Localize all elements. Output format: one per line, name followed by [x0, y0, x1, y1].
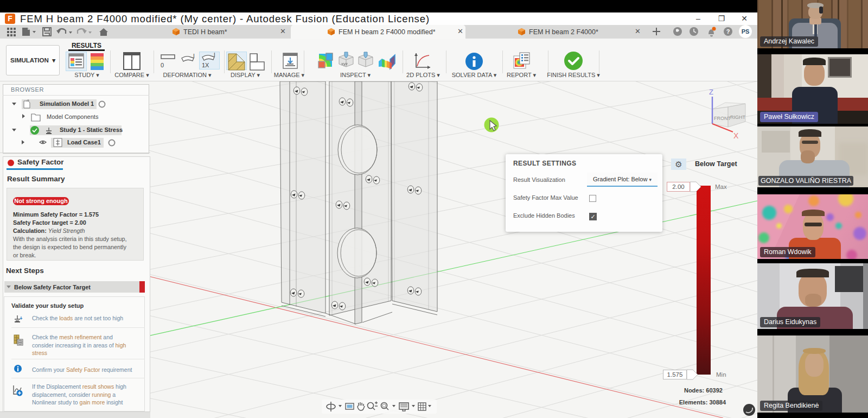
svg-text:Z: Z: [709, 88, 713, 96]
svg-text:PS: PS: [742, 28, 750, 35]
svg-text:FRONT: FRONT: [714, 116, 731, 121]
svg-text:RIGHT: RIGHT: [730, 115, 746, 120]
svg-text:?: ?: [726, 28, 730, 35]
svg-text:xyz: xyz: [341, 61, 348, 66]
svg-text:0: 0: [161, 62, 164, 68]
svg-text:1X: 1X: [202, 62, 209, 68]
svg-text:I: I: [193, 53, 195, 59]
svg-text:I: I: [214, 52, 215, 58]
svg-text:X: X: [733, 131, 739, 140]
